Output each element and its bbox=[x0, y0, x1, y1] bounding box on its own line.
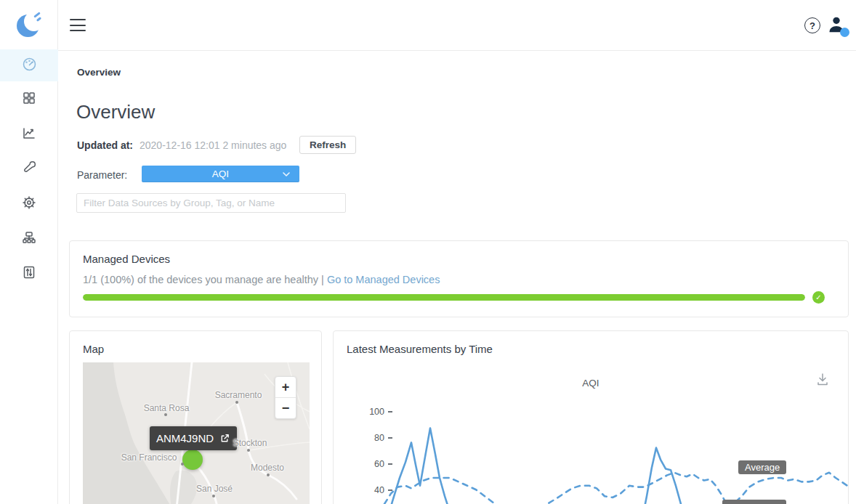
sidebar-item-dashboard[interactable] bbox=[0, 49, 58, 81]
series-line-anm4j9nd bbox=[642, 448, 685, 504]
health-progress-fill bbox=[83, 294, 805, 301]
y-axis-tick: 100 bbox=[348, 407, 392, 417]
sidebar-item-network[interactable] bbox=[0, 223, 58, 255]
sidebar-item-controls[interactable] bbox=[0, 258, 58, 290]
city-dot bbox=[247, 449, 250, 452]
sidebar-item-devices[interactable] bbox=[0, 84, 58, 115]
city-label: San Francisco bbox=[121, 452, 177, 463]
device-marker[interactable] bbox=[182, 450, 203, 470]
chevron-down-icon bbox=[283, 172, 290, 176]
city-dot bbox=[235, 401, 238, 404]
chart-card-title: Latest Measurements by Time bbox=[347, 343, 493, 355]
city-label: Stockton bbox=[233, 438, 267, 448]
line-chart-icon bbox=[22, 126, 36, 143]
summary-text: 1/1 (100%) of the devices you manage are… bbox=[83, 274, 318, 285]
series-line-anm4j9nd bbox=[386, 428, 454, 504]
status-dot bbox=[840, 28, 849, 37]
y-axis-tick: 60 bbox=[348, 459, 392, 469]
external-link-icon[interactable] bbox=[219, 433, 230, 444]
managed-devices-card: Managed Devices 1/1 (100%) of the device… bbox=[69, 240, 849, 317]
sidebar-item-analytics[interactable] bbox=[0, 118, 58, 150]
sliders-icon bbox=[22, 265, 36, 283]
parameter-value: AQI bbox=[212, 168, 229, 179]
sidebar bbox=[0, 0, 58, 504]
city-label: Sacramento bbox=[215, 390, 262, 400]
device-tooltip-label: ANM4J9ND bbox=[156, 432, 214, 444]
y-axis-tick: 80 bbox=[348, 433, 392, 443]
check-icon: ✓ bbox=[812, 291, 825, 304]
topbar: ? bbox=[58, 0, 856, 51]
managed-devices-title: Managed Devices bbox=[83, 253, 170, 265]
city-dot bbox=[267, 473, 270, 476]
wrench-icon bbox=[22, 160, 36, 178]
city-dot bbox=[181, 463, 184, 466]
map-card: Map ANM4J9ND bbox=[69, 330, 322, 504]
gear-icon bbox=[22, 195, 36, 213]
series-tooltip-partial bbox=[722, 500, 786, 504]
map-zoom-control: + − bbox=[275, 376, 296, 419]
refresh-button[interactable]: Refresh bbox=[299, 136, 356, 154]
grid-icon bbox=[22, 91, 36, 108]
city-dot bbox=[164, 413, 167, 416]
updated-value: 2020-12-16 12:01 2 minutes ago bbox=[140, 139, 286, 151]
latest-measurements-card: Latest Measurements by Time AQI 10080604… bbox=[333, 330, 849, 504]
updated-label: Updated at: bbox=[77, 139, 133, 151]
filter-input[interactable] bbox=[76, 193, 346, 213]
map-title: Map bbox=[83, 343, 104, 355]
page-title: Overview bbox=[76, 101, 155, 123]
help-icon[interactable]: ? bbox=[804, 17, 820, 33]
summary-separator: | bbox=[318, 274, 327, 285]
city-dot bbox=[212, 495, 215, 497]
city-label: San José bbox=[196, 484, 233, 494]
chart-title: AQI bbox=[334, 378, 848, 389]
y-axis-tick: 40 bbox=[348, 485, 392, 495]
breadcrumb[interactable]: Overview bbox=[77, 67, 121, 78]
parameter-dropdown[interactable]: AQI bbox=[142, 166, 299, 182]
map[interactable]: ANM4J9ND + − SacramentoSanta RosaSan Fra… bbox=[83, 362, 310, 504]
device-tooltip[interactable]: ANM4J9ND bbox=[150, 426, 237, 450]
sidebar-item-tools[interactable] bbox=[0, 153, 58, 185]
updated-row: Updated at: 2020-12-16 12:01 2 minutes a… bbox=[77, 139, 286, 151]
logo-crescent-cutout bbox=[24, 12, 44, 31]
chart-plot bbox=[334, 331, 849, 504]
zoom-in-button[interactable]: + bbox=[275, 377, 296, 398]
zoom-out-button[interactable]: − bbox=[275, 398, 296, 418]
sidebar-item-settings[interactable] bbox=[0, 188, 58, 220]
series-label: Average bbox=[738, 460, 786, 474]
hamburger-menu-icon[interactable] bbox=[70, 19, 86, 31]
parameter-label: Parameter: bbox=[77, 169, 127, 181]
sitemap-icon bbox=[22, 230, 36, 248]
city-label: Modesto bbox=[251, 463, 284, 473]
download-icon[interactable] bbox=[815, 371, 832, 389]
managed-devices-summary: 1/1 (100%) of the devices you manage are… bbox=[83, 274, 440, 285]
clarity-logo-icon[interactable] bbox=[14, 9, 46, 41]
go-to-managed-devices-link[interactable]: Go to Managed Devices bbox=[327, 274, 440, 285]
gauge-icon bbox=[22, 57, 37, 75]
health-progress-bar bbox=[83, 294, 805, 301]
city-label: Santa Rosa bbox=[144, 403, 190, 413]
app-root: ? Overview Overview Updated at: 2020-12-… bbox=[0, 0, 856, 504]
